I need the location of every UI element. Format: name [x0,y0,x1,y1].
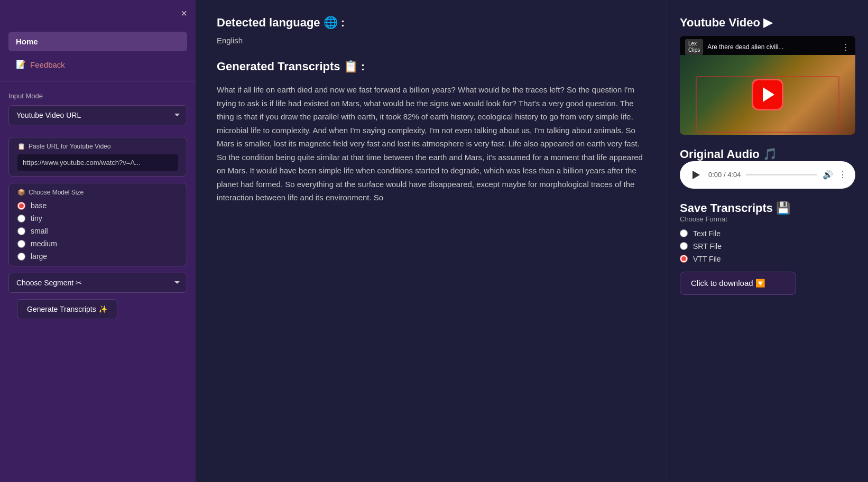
format-srt-label: SRT File [693,242,722,251]
format-vtt-radio[interactable] [680,255,688,263]
segment-select[interactable]: Choose Segment ✂ [8,273,187,293]
right-panel: Youtube Video ▶ LexClips Are there dead … [667,0,868,482]
transcripts-title: Generated Transcripts 📋 : [217,60,645,73]
transcript-text: What if all life on earth died and now w… [217,83,645,205]
model-tiny-label: tiny [31,214,42,223]
format-text-option[interactable]: Text File [680,229,855,238]
url-input[interactable] [17,154,178,171]
yt-overlay [680,55,855,135]
feedback-icon: 📝 [16,60,26,69]
yt-menu-icon[interactable]: ⋮ [842,42,850,52]
url-section: 📋 Paste URL for Youtube Video [8,137,187,177]
download-button[interactable]: Click to download 🔽 [680,272,796,295]
audio-volume-icon[interactable]: 🔊 [823,170,833,180]
url-label: 📋 Paste URL for Youtube Video [17,143,178,150]
model-size-section: 📦 Choose Model Size base tiny small medi… [8,183,187,266]
main-content: Detected language 🌐 : English Generated … [196,0,868,482]
input-mode-label: Input Mode [8,92,187,100]
format-text-radio[interactable] [680,229,688,237]
format-srt-option[interactable]: SRT File [680,242,855,251]
yt-video-title: Are there dead alien civili... [707,43,837,51]
audio-progress-bar[interactable] [746,174,817,175]
segment-section: Choose Segment ✂ [8,273,187,293]
model-small-radio[interactable] [17,227,25,235]
model-medium-option[interactable]: medium [17,239,178,248]
model-base-label: base [31,201,47,210]
model-base-option[interactable]: base [17,201,178,210]
transcript-panel: Detected language 🌐 : English Generated … [196,0,667,482]
yt-channel-label: LexClips [685,39,703,55]
model-tiny-option[interactable]: tiny [17,214,178,223]
yt-play-button[interactable] [752,79,783,110]
model-medium-label: medium [31,239,57,248]
model-large-option[interactable]: large [17,252,178,261]
model-large-radio[interactable] [17,253,25,261]
format-vtt-label: VTT File [693,255,721,263]
url-label-icon: 📋 [17,143,25,150]
save-section: Save Transcripts 💾 Choose Format Text Fi… [680,201,855,295]
format-label: Choose Format [680,215,855,223]
sidebar-item-home[interactable]: Home [8,32,187,51]
play-triangle-icon [763,87,774,102]
input-mode-section: Input Mode Youtube Video URL Local File … [0,81,196,131]
model-large-label: large [31,252,47,261]
detected-language-title: Detected language 🌐 : [217,16,645,30]
format-options: Text File SRT File VTT File [680,229,855,263]
model-small-label: small [31,227,48,235]
input-mode-select[interactable]: Youtube Video URL Local File Audio URL [8,105,187,125]
model-size-label: 📦 Choose Model Size [17,189,178,196]
save-title: Save Transcripts 💾 [680,201,855,215]
audio-time-display: 0:00 / 4:04 [708,171,741,179]
model-small-option[interactable]: small [17,227,178,235]
feedback-label: Feedback [30,60,65,69]
format-text-label: Text File [693,229,721,238]
audio-title: Original Audio 🎵 [680,147,855,161]
model-label-icon: 📦 [17,189,25,196]
audio-section: Original Audio 🎵 0:00 / 4:04 🔊 ⋮ [680,147,855,189]
language-value: English [217,36,645,45]
model-tiny-radio[interactable] [17,215,25,223]
sidebar-item-feedback[interactable]: 📝 Feedback [8,57,187,72]
sidebar: × Home 📝 Feedback Input Mode Youtube Vid… [0,0,196,482]
audio-player: 0:00 / 4:04 🔊 ⋮ [680,161,855,189]
generate-transcripts-button[interactable]: Generate Transcripts ✨ [17,299,117,319]
close-button[interactable]: × [181,7,187,20]
audio-play-button[interactable] [688,168,703,182]
youtube-thumbnail[interactable]: LexClips Are there dead alien civili... … [680,36,855,135]
format-vtt-option[interactable]: VTT File [680,255,855,263]
model-base-radio[interactable] [17,202,25,210]
youtube-section: Youtube Video ▶ LexClips Are there dead … [680,16,855,135]
audio-play-icon [692,171,700,179]
audio-more-icon[interactable]: ⋮ [838,170,847,180]
model-medium-radio[interactable] [17,240,25,248]
format-srt-radio[interactable] [680,242,688,250]
generate-section: Generate Transcripts ✨ [0,299,196,319]
sidebar-nav: Home 📝 Feedback [0,0,196,81]
youtube-title: Youtube Video ▶ [680,16,855,30]
model-size-options: base tiny small medium large [17,201,178,261]
